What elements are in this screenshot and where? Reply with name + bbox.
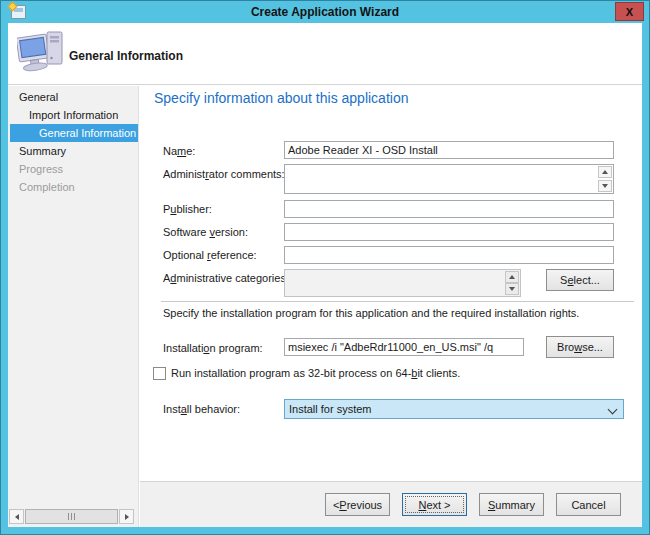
sidebar-item-general[interactable]: General: [8, 88, 138, 106]
cancel-button[interactable]: Cancel: [556, 493, 621, 516]
chevron-left-icon: [15, 514, 19, 520]
installation-instruction-text: Specify the installation program for thi…: [163, 307, 579, 319]
categories-scrollbar: [505, 271, 519, 295]
scroll-right-button[interactable]: [119, 509, 134, 524]
install-behavior-value: Install for system: [289, 403, 372, 415]
software-version-input[interactable]: [284, 223, 614, 241]
dialog-surface: General Information General Import Infor…: [8, 23, 642, 527]
section-divider: [161, 301, 634, 302]
chevron-down-icon: [602, 184, 608, 188]
summary-button[interactable]: Summary: [479, 493, 544, 516]
chevron-right-icon: [125, 514, 129, 520]
name-label: Name:: [163, 145, 195, 157]
grip-icon: [74, 513, 75, 520]
categories-label: Administrative categories:: [163, 272, 289, 284]
chevron-up-icon: [509, 275, 515, 279]
next-button[interactable]: Next >: [402, 493, 467, 516]
window-title: Create Application Wizard: [1, 5, 649, 19]
titlebar: Create Application Wizard X: [1, 1, 649, 23]
close-icon: X: [626, 6, 633, 18]
wizard-steps-nav: General Import Information General Infor…: [8, 86, 138, 196]
close-button[interactable]: X: [615, 2, 644, 21]
scroll-down-button[interactable]: [505, 283, 519, 295]
chevron-up-icon: [602, 170, 608, 174]
sidebar-item-completion: Completion: [8, 178, 138, 196]
sidebar-horizontal-scrollbar[interactable]: [9, 509, 134, 524]
wizard-header: General Information: [8, 23, 642, 85]
installation-program-input[interactable]: [284, 338, 524, 356]
sidebar-item-general-information[interactable]: General Information: [10, 124, 138, 142]
run-32bit-checkbox[interactable]: [153, 367, 166, 380]
select-button[interactable]: Select...: [546, 269, 614, 291]
sidebar: General Import Information General Infor…: [8, 86, 139, 527]
browse-button[interactable]: Browse...: [546, 336, 614, 358]
footer-button-bar: < Previous Next > Summary Cancel: [140, 481, 642, 527]
publisher-label: Publisher:: [163, 203, 212, 215]
wizard-window: Create Application Wizard X General Info…: [0, 0, 650, 535]
sidebar-item-summary[interactable]: Summary: [8, 142, 138, 160]
run-32bit-checkbox-label: Run installation program as 32-bit proce…: [171, 367, 460, 379]
publisher-input[interactable]: [284, 200, 614, 218]
optional-reference-input[interactable]: [284, 246, 614, 264]
comments-label: Administrator comments:: [163, 168, 285, 180]
install-behavior-label: Install behavior:: [163, 403, 240, 415]
scroll-up-button[interactable]: [505, 271, 519, 283]
comments-scrollbar: [598, 166, 612, 192]
scroll-down-button[interactable]: [598, 180, 612, 192]
chevron-down-icon: [608, 405, 618, 415]
computer-icon: [17, 30, 65, 78]
grip-icon: [71, 513, 72, 520]
form-panel: Specify information about this applicati…: [140, 86, 642, 481]
scroll-left-button[interactable]: [9, 509, 24, 524]
name-input[interactable]: [284, 141, 614, 159]
optional-reference-label: Optional reference:: [163, 249, 257, 261]
installation-program-label: Installation program:: [163, 342, 263, 354]
previous-button[interactable]: < Previous: [325, 493, 390, 516]
sidebar-item-import-information[interactable]: Import Information: [8, 106, 138, 124]
categories-textarea: [284, 269, 521, 297]
chevron-down-icon: [509, 287, 515, 291]
install-behavior-select[interactable]: Install for system: [284, 399, 624, 419]
page-title: Specify information about this applicati…: [154, 90, 408, 106]
comments-textarea[interactable]: [284, 164, 614, 194]
scroll-up-button[interactable]: [598, 166, 612, 178]
page-header-title: General Information: [69, 49, 183, 63]
scrollbar-thumb[interactable]: [25, 509, 118, 524]
software-version-label: Software version:: [163, 226, 248, 238]
grip-icon: [68, 513, 69, 520]
sidebar-item-progress: Progress: [8, 160, 138, 178]
